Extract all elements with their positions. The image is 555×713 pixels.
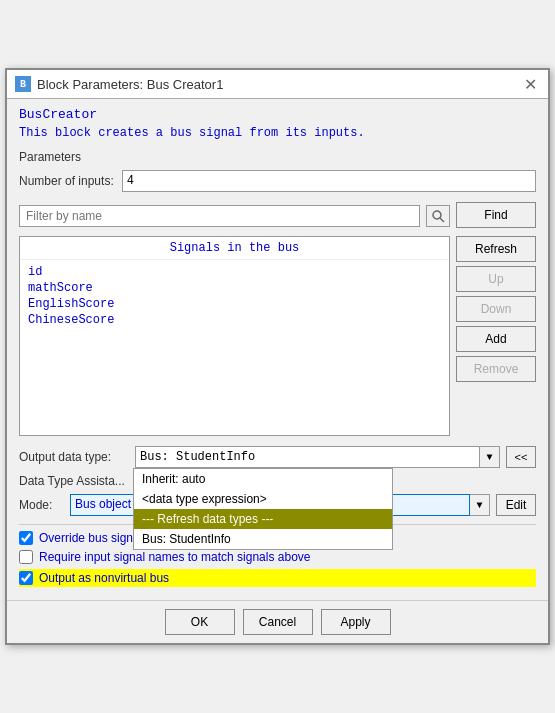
filter-input[interactable] xyxy=(19,205,420,227)
parameters-label: Parameters xyxy=(19,150,536,164)
signals-header: Signals in the bus xyxy=(20,237,449,260)
title-bar-left: B Block Parameters: Bus Creator1 xyxy=(15,76,223,92)
require-label: Require input signal names to match sign… xyxy=(39,550,311,564)
apply-button[interactable]: Apply xyxy=(321,609,391,635)
double-arrow-button[interactable]: << xyxy=(506,446,536,468)
close-button[interactable]: ✕ xyxy=(520,74,540,94)
inputs-row: Number of inputs: xyxy=(19,170,536,192)
main-area: Signals in the bus id mathScore EnglishS… xyxy=(19,236,536,436)
output-type-dropdown[interactable]: Inherit: auto <data type expression> ---… xyxy=(133,468,393,550)
signals-list: id mathScore EnglishScore ChineseScore xyxy=(20,260,449,332)
down-button[interactable]: Down xyxy=(456,296,536,322)
output-type-value[interactable]: Bus: StudentInfo xyxy=(135,446,480,468)
output-type-label: Output data type: xyxy=(19,450,129,464)
remove-button[interactable]: Remove xyxy=(456,356,536,382)
svg-line-1 xyxy=(440,218,444,222)
list-item[interactable]: mathScore xyxy=(28,280,441,296)
filter-icon xyxy=(431,209,445,223)
output-type-row: Output data type: Bus: StudentInfo ▼ << xyxy=(19,446,536,468)
refresh-button[interactable]: Refresh xyxy=(456,236,536,262)
list-item[interactable]: ChineseScore xyxy=(28,312,441,328)
block-name: BusCreator xyxy=(19,107,536,122)
ok-button[interactable]: OK xyxy=(165,609,235,635)
list-item[interactable]: id xyxy=(28,264,441,280)
output-type-select-wrapper: Bus: StudentInfo ▼ xyxy=(135,446,500,468)
dropdown-item-inherit[interactable]: Inherit: auto xyxy=(134,469,392,489)
output-type-container: Output data type: Bus: StudentInfo ▼ << … xyxy=(19,446,536,468)
nonvirtual-label: Output as nonvirtual bus xyxy=(39,571,169,585)
main-window: B Block Parameters: Bus Creator1 ✕ BusCr… xyxy=(5,68,550,645)
add-button[interactable]: Add xyxy=(456,326,536,352)
block-description: This block creates a bus signal from its… xyxy=(19,126,536,140)
checkbox-row-3: Output as nonvirtual bus xyxy=(19,569,536,587)
dropdown-item-refresh[interactable]: --- Refresh data types --- xyxy=(134,509,392,529)
checkbox-row-2: Require input signal names to match sign… xyxy=(19,550,536,564)
mode-dropdown-arrow[interactable]: ▼ xyxy=(470,494,490,516)
svg-point-0 xyxy=(433,211,441,219)
nonvirtual-checkbox[interactable] xyxy=(19,571,33,585)
window-icon: B xyxy=(15,76,31,92)
find-button[interactable]: Find xyxy=(456,202,536,228)
override-checkbox[interactable] xyxy=(19,531,33,545)
signals-button-panel: Refresh Up Down Add Remove xyxy=(456,236,536,436)
inputs-label: Number of inputs: xyxy=(19,174,114,188)
cancel-button[interactable]: Cancel xyxy=(243,609,313,635)
signals-panel: Signals in the bus id mathScore EnglishS… xyxy=(19,236,450,436)
dialog-content: BusCreator This block creates a bus sign… xyxy=(7,99,548,600)
window-title: Block Parameters: Bus Creator1 xyxy=(37,77,223,92)
bottom-bar: OK Cancel Apply xyxy=(7,600,548,643)
output-type-dropdown-arrow[interactable]: ▼ xyxy=(480,446,500,468)
title-bar: B Block Parameters: Bus Creator1 ✕ xyxy=(7,70,548,99)
dropdown-item-bus[interactable]: Bus: StudentInfo xyxy=(134,529,392,549)
up-button[interactable]: Up xyxy=(456,266,536,292)
mode-label: Mode: xyxy=(19,498,64,512)
inputs-field[interactable] xyxy=(122,170,536,192)
edit-button[interactable]: Edit xyxy=(496,494,536,516)
list-item[interactable]: EnglishScore xyxy=(28,296,441,312)
filter-icon-button[interactable] xyxy=(426,205,450,227)
data-assist-label: Data Type Assista... xyxy=(19,474,125,488)
require-checkbox[interactable] xyxy=(19,550,33,564)
dropdown-item-expression[interactable]: <data type expression> xyxy=(134,489,392,509)
filter-row: Find xyxy=(19,202,536,230)
